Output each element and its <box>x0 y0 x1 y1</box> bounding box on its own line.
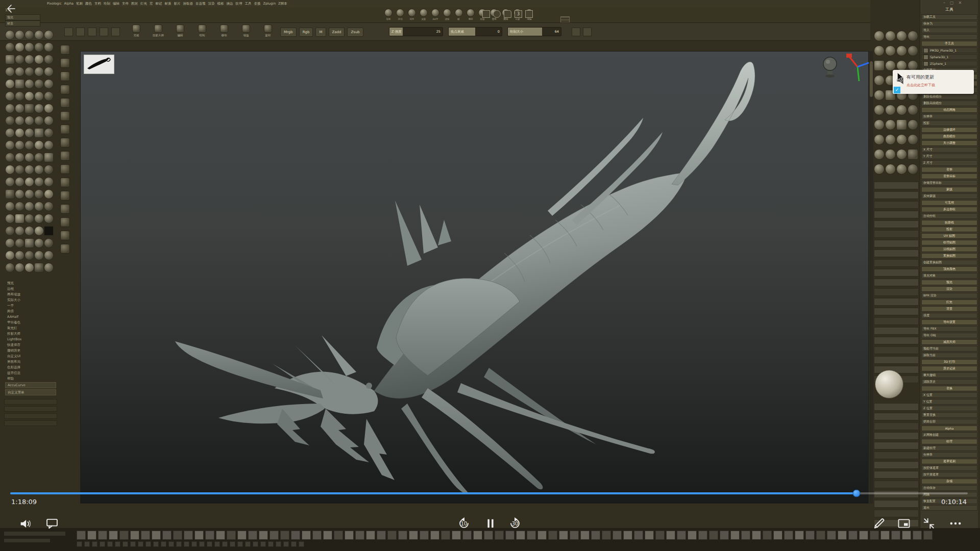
tool-option-bar <box>874 240 919 247</box>
row-label: Y 位置 <box>923 399 933 404</box>
left-shelf-column <box>60 45 70 254</box>
tray-thumbnail <box>763 531 772 540</box>
tool-option-bar <box>874 471 919 479</box>
ellipsis-icon <box>950 522 961 524</box>
tool-option-bar <box>874 422 919 430</box>
tool-palette-row-item: 保存为 <box>921 21 977 27</box>
menu-item: 标记 <box>155 2 162 6</box>
row-label: 大小调整 <box>943 141 955 145</box>
brush-thumbnail <box>5 79 15 89</box>
tray-thumbnail <box>816 531 825 540</box>
skip-back-10-button[interactable]: 10 <box>457 516 471 531</box>
tool-palette-row-header: 纹理贴图 <box>921 240 977 245</box>
tray-thumbnail <box>634 531 643 540</box>
brush-thumbnail <box>5 263 15 272</box>
tool-thumbnail <box>896 31 907 41</box>
left-shelf-slot <box>60 217 70 227</box>
brush-thumbnail <box>24 79 34 89</box>
progress-knob[interactable] <box>853 490 861 497</box>
toolbar-icon <box>100 28 108 36</box>
tray-thumbnail <box>902 531 911 540</box>
tool-palette-row-header: Alpha <box>921 425 977 431</box>
video-surface-zbrush-recording[interactable]: PixologicAlpha笔刷颜色文档绘制编辑文件图层灯光宏标记材质影片拾取器… <box>0 0 980 551</box>
brush-thumbnail <box>15 104 24 113</box>
skip-back-icon: 10 <box>460 517 468 528</box>
brush-thumbnail <box>44 140 54 150</box>
tray-thumbnail <box>870 531 879 540</box>
menu-item: 影片 <box>174 2 180 6</box>
left-list-item: 两倍 <box>5 309 56 314</box>
brush-thumbnail <box>34 189 44 199</box>
tool-option-bar <box>874 461 919 469</box>
brush-thumbnail <box>5 91 15 101</box>
brush-thumbnail <box>5 226 15 236</box>
left-list-item: 聚光灯 <box>5 326 56 331</box>
tool-palette-row-item: 预处理当前 <box>921 346 977 352</box>
row-label: 自动分组 <box>923 214 936 218</box>
sculpt-model <box>81 52 869 504</box>
tool-palette-row-header: 变换 <box>921 386 977 391</box>
brush-thumbnail <box>44 79 54 89</box>
row-label: 新建纹理 <box>923 446 936 450</box>
row-label: 变换 <box>946 386 952 391</box>
exit-fullscreen-button[interactable] <box>922 516 936 531</box>
back-button[interactable] <box>4 2 17 15</box>
brush-thumbnail <box>15 189 24 199</box>
tray-thumbnail <box>280 531 289 540</box>
tray-thumbnail <box>602 531 611 540</box>
tray-thumbnail <box>666 531 675 540</box>
brush-thumbnail <box>5 202 15 211</box>
tray-thumbnail <box>355 531 364 540</box>
brush-thumbnail <box>34 177 44 187</box>
tool-thumbnail <box>885 60 896 71</box>
brush-thumbnail <box>34 140 44 150</box>
pencil-icon <box>875 519 884 528</box>
brush-thumbnail <box>34 251 44 260</box>
brush-thumbnail <box>44 251 54 260</box>
row-label: 杂项 <box>946 479 952 484</box>
tool-palette-row-slider: Z 尺寸 <box>921 160 977 166</box>
brush-thumbnail <box>24 165 34 174</box>
row-label: 分辨率 <box>923 114 933 119</box>
more-options-button[interactable] <box>948 516 963 531</box>
tool-palette-row-item: 删除低级细分 <box>921 94 977 99</box>
row-label: 清除历史 <box>923 380 936 384</box>
tray-small-icon <box>222 541 228 547</box>
shelf-icon-label: 缩放 <box>409 17 414 20</box>
brush-thumbnail <box>15 165 24 174</box>
toolbar-button-label: 旋转 <box>265 34 271 37</box>
tool-thumbnail <box>908 60 918 71</box>
tray-thumbnail <box>848 531 857 540</box>
tray-thumbnail <box>752 531 761 540</box>
mini-player-button[interactable] <box>897 516 911 531</box>
skip-forward-30-button[interactable]: 30 <box>508 516 522 531</box>
tool-option-bar <box>874 191 919 199</box>
left-shelf-slot <box>60 164 70 174</box>
pause-button[interactable] <box>483 516 498 531</box>
subtitles-button[interactable] <box>45 516 59 531</box>
progress-bar[interactable] <box>10 492 968 494</box>
tool-thumbnail <box>874 105 885 115</box>
tray-small-icon <box>299 541 304 547</box>
brush-thumbnail <box>24 251 34 260</box>
tool-palette-row-item: 自动保存 <box>921 485 977 491</box>
slider-value: 0 <box>498 30 500 34</box>
row-label: 最大撤销 <box>923 373 936 378</box>
tool-palette-row-item: 清除历史 <box>921 379 977 385</box>
brush-thumbnail <box>34 67 44 77</box>
annotate-button[interactable] <box>872 516 886 531</box>
tray-thumbnail <box>345 531 354 540</box>
bottom-tray-small-icons <box>77 541 304 547</box>
row-label: 填充对象 <box>923 273 936 278</box>
brush-thumbnail <box>15 226 24 236</box>
tool-option-bar <box>874 432 919 440</box>
left-shelf-slot <box>60 85 70 94</box>
camera-widget-icon <box>821 56 839 79</box>
volume-button[interactable] <box>18 516 33 531</box>
brush-thumbnail <box>44 165 54 174</box>
tray-corner-bar <box>4 539 50 542</box>
tool-thumbnail <box>908 45 918 56</box>
tray-small-icon <box>283 541 289 547</box>
tool-thumbnail <box>896 45 907 56</box>
shelf-icon-cell: 持续 <box>443 9 451 20</box>
